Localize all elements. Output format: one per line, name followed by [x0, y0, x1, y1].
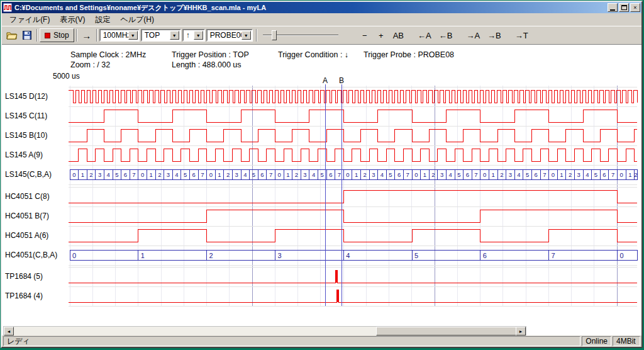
svg-text:1: 1 [81, 171, 84, 178]
svg-text:3: 3 [440, 171, 443, 178]
toolbar-separator [96, 29, 97, 42]
stop-label: Stop [53, 31, 69, 40]
svg-text:3: 3 [303, 171, 306, 178]
svg-text:5: 5 [321, 171, 324, 178]
horizontal-scrollbar[interactable]: ◄ ► [3, 326, 526, 336]
minimize-button[interactable] [608, 3, 618, 12]
svg-text:7: 7 [132, 171, 135, 178]
svg-text:1: 1 [355, 171, 358, 178]
jump-right-to-b-button[interactable]: →B [484, 28, 504, 42]
app-window: C:¥Documents and Settings¥noname¥デスクトップ¥… [1, 1, 643, 348]
svg-text:5: 5 [252, 171, 255, 178]
svg-text:0: 0 [72, 171, 75, 178]
zoom-slider[interactable] [263, 29, 338, 42]
waveform-area[interactable]: 0123456701234567012345670123456701234567… [2, 45, 640, 326]
svg-text:0: 0 [414, 171, 418, 178]
statusbar: レディ Online 4MBit [2, 336, 641, 347]
jump-right-to-a-button[interactable]: →A [463, 28, 483, 42]
svg-text:6: 6 [466, 171, 469, 178]
svg-text:5: 5 [457, 171, 460, 178]
svg-text:5: 5 [526, 171, 529, 178]
maximize-icon [621, 5, 627, 10]
menu-item-view[interactable]: 表示(V) [55, 13, 90, 26]
svg-text:3: 3 [372, 171, 375, 178]
svg-text:4: 4 [449, 171, 452, 178]
svg-text:1: 1 [560, 171, 563, 178]
run-button[interactable]: → [79, 28, 94, 42]
status-ready-text: レディ [3, 336, 580, 346]
chevron-down-icon[interactable]: ▼ [170, 31, 179, 40]
svg-text:7: 7 [474, 171, 477, 178]
titlebar[interactable]: C:¥Documents and Settings¥noname¥デスクトップ¥… [2, 2, 641, 13]
svg-text:3: 3 [235, 171, 238, 178]
svg-text:4: 4 [346, 252, 350, 259]
menu-item-file[interactable]: ファイル(F) [4, 13, 55, 26]
slider-thumb[interactable] [272, 30, 277, 40]
chevron-down-icon[interactable]: ▼ [242, 31, 251, 40]
toolbar: Stop → 100MHz ▼ TOP ▼ ↑ ▼ PROBE00 ▼ −+AB… [2, 26, 641, 44]
zoom-out-button[interactable]: − [357, 28, 372, 42]
svg-text:0: 0 [209, 171, 213, 178]
svg-text:7: 7 [269, 171, 272, 178]
menu-item-settings[interactable]: 設定 [90, 13, 115, 26]
svg-text:4: 4 [380, 171, 384, 178]
jump-left-to-a-button[interactable]: ←A [414, 28, 435, 42]
svg-text:4: 4 [586, 171, 589, 178]
trigger-probe-select[interactable]: PROBE00 ▼ [206, 29, 253, 42]
svg-text:6: 6 [535, 171, 538, 178]
open-button[interactable] [4, 28, 19, 42]
svg-text:6: 6 [260, 171, 264, 178]
cursor-nav-buttons: −+AB←A←B→A→B→T [357, 28, 531, 42]
trigger-edge-select[interactable]: ↑ ▼ [182, 29, 205, 42]
svg-text:3: 3 [509, 171, 512, 178]
svg-text:5: 5 [184, 171, 187, 178]
save-button[interactable] [19, 28, 35, 42]
svg-text:2: 2 [158, 171, 161, 178]
svg-text:2: 2 [226, 171, 230, 178]
close-icon: × [633, 5, 636, 11]
menu-item-help[interactable]: ヘルプ(H) [115, 13, 159, 26]
svg-text:3: 3 [167, 171, 170, 178]
svg-text:6: 6 [397, 171, 401, 178]
svg-text:1: 1 [628, 171, 631, 178]
toolbar-separator [76, 29, 77, 42]
chevron-down-icon[interactable]: ▼ [128, 31, 138, 40]
close-button[interactable]: × [630, 3, 640, 12]
stop-button[interactable]: Stop [40, 28, 74, 42]
svg-text:0: 0 [620, 171, 623, 178]
svg-text:2: 2 [500, 171, 503, 178]
svg-text:2: 2 [634, 171, 637, 178]
svg-text:4: 4 [175, 171, 178, 178]
svg-text:0: 0 [483, 171, 486, 178]
run-arrow-icon: → [82, 30, 91, 41]
svg-text:1: 1 [423, 171, 426, 178]
svg-text:6: 6 [602, 171, 606, 178]
sample-clock-select[interactable]: 100MHz ▼ [99, 29, 140, 42]
scroll-left-button[interactable]: ◄ [4, 327, 14, 336]
floppy-disk-icon [23, 31, 31, 40]
jump-left-to-b-button[interactable]: ←B [436, 28, 456, 42]
maximize-button[interactable] [619, 3, 629, 12]
svg-text:2: 2 [209, 252, 213, 259]
stop-icon [45, 33, 50, 38]
svg-text:0: 0 [141, 171, 144, 178]
svg-text:0: 0 [72, 252, 76, 259]
svg-text:1: 1 [286, 171, 289, 178]
zoom-in-button[interactable]: + [374, 28, 389, 42]
chevron-down-icon[interactable]: ▼ [194, 31, 203, 40]
jump-to-trigger-button[interactable]: →T [512, 28, 531, 42]
svg-text:7: 7 [611, 171, 614, 178]
svg-text:5: 5 [115, 171, 118, 178]
svg-text:1: 1 [492, 171, 495, 178]
scroll-right-button[interactable]: ► [516, 327, 526, 336]
svg-text:2: 2 [295, 171, 298, 178]
cursor-ab-button[interactable]: AB [390, 28, 407, 42]
app-icon [3, 3, 12, 12]
scroll-thumb[interactable] [376, 327, 522, 336]
trigger-position-select[interactable]: TOP ▼ [141, 29, 181, 42]
svg-text:2: 2 [569, 171, 572, 178]
svg-text:7: 7 [201, 171, 204, 178]
svg-text:2: 2 [364, 171, 367, 178]
svg-text:1: 1 [150, 171, 153, 178]
svg-text:6: 6 [124, 171, 127, 178]
